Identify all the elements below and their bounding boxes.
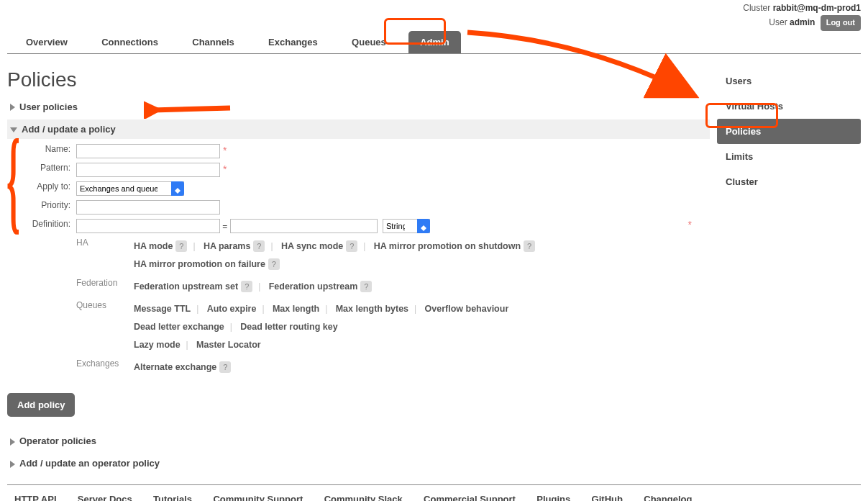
tab-admin[interactable]: Admin bbox=[408, 31, 460, 53]
apply-to-select[interactable]: Exchanges and queues bbox=[76, 181, 184, 196]
footer-server-docs[interactable]: Server Docs bbox=[78, 494, 132, 501]
equals-sign: = bbox=[222, 221, 229, 231]
label-pattern: Pattern: bbox=[12, 161, 73, 179]
status-bar: Cluster rabbit@mq-dm-prod1 User admin Lo… bbox=[7, 0, 861, 31]
def-group-queues: Queues bbox=[76, 300, 134, 354]
page-title: Policies bbox=[7, 68, 710, 91]
footer-github[interactable]: GitHub bbox=[592, 494, 623, 501]
sidebar-item-limits[interactable]: Limits bbox=[717, 144, 861, 169]
chevron-right-icon bbox=[10, 438, 15, 446]
chevron-right-icon bbox=[10, 461, 15, 468]
footer-changelog[interactable]: Changelog bbox=[644, 494, 692, 501]
cluster-name: rabbit@mq-dm-prod1 bbox=[773, 3, 861, 13]
chevron-down-icon bbox=[10, 127, 17, 132]
label-priority: Priority: bbox=[12, 198, 73, 217]
main-tabs: Overview Connections Channels Exchanges … bbox=[7, 31, 861, 54]
required-mark: * bbox=[220, 145, 227, 156]
tab-exchanges[interactable]: Exchanges bbox=[257, 31, 329, 53]
def-group-federation: Federation bbox=[76, 278, 134, 296]
def-group-exchanges: Exchanges bbox=[76, 358, 134, 376]
def-max-length[interactable]: Max length bbox=[273, 300, 319, 318]
def-master-locator[interactable]: Master Locator bbox=[196, 336, 261, 354]
admin-sidebar: Users Virtual Hosts Policies Limits Clus… bbox=[717, 54, 861, 477]
label-name: Name: bbox=[12, 142, 73, 161]
logout-button[interactable]: Log out bbox=[821, 15, 861, 31]
section-add-update-operator-policy[interactable]: Add / update an operator policy bbox=[7, 453, 710, 473]
def-ha-sync-mode[interactable]: HA sync mode bbox=[281, 238, 343, 256]
footer-tutorials[interactable]: Tutorials bbox=[153, 494, 192, 501]
def-dlx[interactable]: Dead letter exchange bbox=[134, 318, 224, 336]
def-federation-upstream-set[interactable]: Federation upstream set bbox=[134, 278, 238, 296]
section-operator-policies[interactable]: Operator policies bbox=[7, 431, 710, 451]
help-icon[interactable]: ? bbox=[360, 281, 372, 292]
footer-community-slack[interactable]: Community Slack bbox=[324, 494, 403, 501]
def-ha-mode[interactable]: HA mode bbox=[134, 238, 173, 256]
tab-overview[interactable]: Overview bbox=[14, 31, 79, 53]
tab-queues[interactable]: Queues bbox=[340, 31, 398, 53]
policy-form: Name: * Pattern: * Apply to: Exchanges a… bbox=[12, 142, 698, 384]
def-dlrk[interactable]: Dead letter routing key bbox=[240, 318, 337, 336]
priority-input[interactable] bbox=[76, 200, 220, 215]
help-icon[interactable]: ? bbox=[253, 240, 265, 252]
sidebar-item-users[interactable]: Users bbox=[717, 68, 861, 94]
definition-key-input[interactable] bbox=[76, 219, 220, 233]
help-icon[interactable]: ? bbox=[346, 240, 357, 252]
footer-community-support[interactable]: Community Support bbox=[213, 494, 303, 501]
required-mark: * bbox=[685, 219, 692, 230]
def-ha-mirror-shutdown[interactable]: HA mirror promotion on shutdown bbox=[374, 238, 521, 256]
help-icon[interactable]: ? bbox=[219, 361, 231, 373]
footer-plugins[interactable]: Plugins bbox=[536, 494, 570, 501]
def-ha-params[interactable]: HA params bbox=[204, 238, 251, 256]
name-input[interactable] bbox=[76, 144, 220, 158]
chevron-right-icon bbox=[10, 104, 15, 111]
sidebar-item-policies[interactable]: Policies bbox=[717, 119, 861, 144]
definition-type-select[interactable]: String bbox=[383, 219, 430, 233]
sidebar-item-cluster[interactable]: Cluster bbox=[717, 169, 861, 194]
footer: HTTP API Server Docs Tutorials Community… bbox=[7, 484, 861, 501]
tab-channels[interactable]: Channels bbox=[181, 31, 246, 53]
help-icon[interactable]: ? bbox=[241, 281, 252, 292]
def-lazy-mode[interactable]: Lazy mode bbox=[134, 336, 181, 354]
required-mark: * bbox=[220, 163, 227, 175]
cluster-label: Cluster bbox=[743, 3, 772, 13]
def-max-length-bytes[interactable]: Max length bytes bbox=[336, 300, 408, 318]
def-alternate-exchange[interactable]: Alternate exchange bbox=[134, 358, 216, 376]
def-group-ha: HA bbox=[76, 238, 134, 274]
def-ha-mirror-failure[interactable]: HA mirror promotion on failure bbox=[134, 256, 265, 274]
def-federation-upstream[interactable]: Federation upstream bbox=[269, 278, 358, 296]
user-label: User bbox=[769, 17, 790, 27]
add-policy-button[interactable]: Add policy bbox=[7, 393, 75, 417]
def-auto-expire[interactable]: Auto expire bbox=[207, 300, 257, 318]
help-icon[interactable]: ? bbox=[175, 240, 187, 252]
label-definition: Definition: bbox=[12, 217, 73, 384]
help-icon[interactable]: ? bbox=[268, 258, 280, 270]
def-message-ttl[interactable]: Message TTL bbox=[134, 300, 191, 318]
help-icon[interactable]: ? bbox=[524, 240, 535, 252]
footer-commercial-support[interactable]: Commercial Support bbox=[424, 494, 516, 501]
tab-connections[interactable]: Connections bbox=[90, 31, 170, 53]
pattern-input[interactable] bbox=[76, 163, 220, 177]
definition-value-input[interactable] bbox=[230, 219, 378, 233]
label-apply-to: Apply to: bbox=[12, 179, 73, 198]
section-add-update-policy[interactable]: Add / update a policy bbox=[7, 119, 710, 139]
sidebar-item-vhosts[interactable]: Virtual Hosts bbox=[717, 94, 861, 119]
section-user-policies[interactable]: User policies bbox=[7, 97, 710, 117]
def-overflow[interactable]: Overflow behaviour bbox=[425, 300, 509, 318]
footer-http-api[interactable]: HTTP API bbox=[14, 494, 57, 501]
user-name: admin bbox=[790, 17, 815, 27]
